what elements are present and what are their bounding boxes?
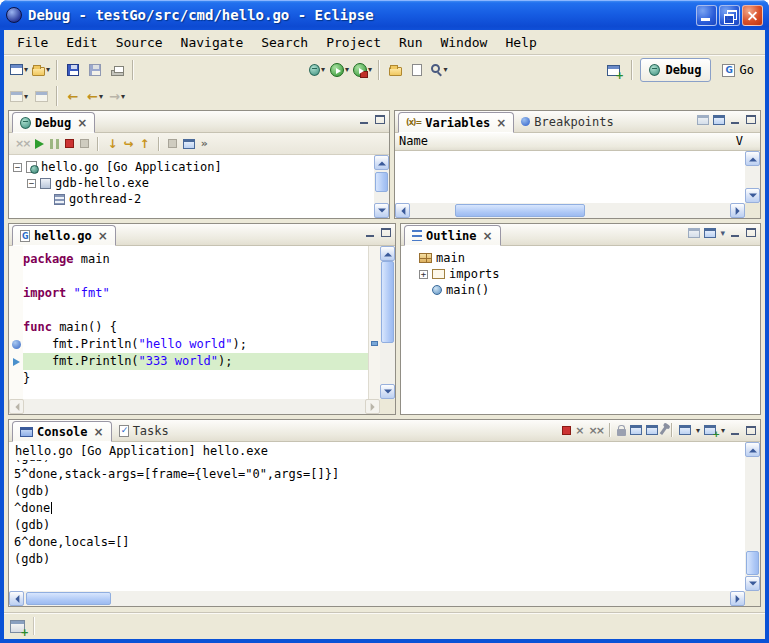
- tab-console[interactable]: Console ×: [12, 421, 112, 442]
- print-button[interactable]: [106, 58, 128, 82]
- save-all-button[interactable]: [84, 58, 106, 82]
- gutter-line[interactable]: [9, 251, 23, 268]
- variables-column-header[interactable]: Name V: [395, 133, 760, 151]
- tab-tasks[interactable]: Tasks: [112, 420, 176, 441]
- view-menu-icon[interactable]: ▾: [720, 228, 725, 238]
- overview-ruler[interactable]: [368, 246, 380, 399]
- hide-fields-button[interactable]: [704, 228, 716, 238]
- maximize-view-button[interactable]: [374, 114, 386, 125]
- tree-item[interactable]: main: [415, 250, 760, 266]
- open-resource-button[interactable]: [384, 58, 406, 82]
- scroll-up-button[interactable]: [374, 155, 389, 170]
- minimize-view-button[interactable]: [729, 425, 741, 436]
- close-tab-icon[interactable]: ×: [94, 426, 104, 438]
- scroll-right-button[interactable]: [730, 203, 745, 218]
- scroll-up-button[interactable]: [380, 246, 395, 261]
- gutter-line[interactable]: [9, 353, 23, 370]
- search-button[interactable]: ▾: [428, 58, 450, 82]
- close-button[interactable]: [742, 5, 763, 26]
- code-line[interactable]: package main: [23, 251, 368, 268]
- disconnect-button[interactable]: [80, 139, 89, 148]
- menu-search[interactable]: Search: [252, 33, 317, 52]
- external-tools-button[interactable]: ▾: [351, 58, 374, 82]
- word-wrap-button[interactable]: [646, 425, 658, 435]
- back-button[interactable]: ←▾: [84, 84, 106, 108]
- terminate-button[interactable]: [65, 139, 74, 148]
- annotation-nav-button[interactable]: ▾: [8, 84, 30, 108]
- code-line[interactable]: import "fmt": [23, 285, 368, 302]
- code-line[interactable]: fmt.Println("333 world");: [23, 353, 368, 370]
- scrollbar-track[interactable]: [24, 399, 365, 414]
- dropdown-icon[interactable]: ▾: [721, 426, 725, 435]
- code-line[interactable]: [23, 302, 368, 319]
- tree-item[interactable]: +imports: [415, 266, 760, 282]
- clear-console-button[interactable]: [630, 425, 642, 435]
- step-filters-button[interactable]: [183, 139, 195, 149]
- scrollbar-track[interactable]: [745, 166, 760, 188]
- perspective-go-button[interactable]: Go: [714, 58, 762, 82]
- menu-window[interactable]: Window: [431, 33, 496, 52]
- maximize-view-button[interactable]: [745, 114, 757, 125]
- terminate-button[interactable]: [562, 426, 571, 435]
- tree-expander[interactable]: −: [27, 179, 36, 188]
- remove-terminated-button[interactable]: ××: [15, 137, 29, 150]
- fast-view-button[interactable]: [10, 620, 25, 633]
- tree-item[interactable]: −gdb-hello.exe: [9, 175, 374, 191]
- open-type-button[interactable]: [406, 58, 428, 82]
- tree-expander[interactable]: −: [13, 163, 22, 172]
- maximize-view-button[interactable]: [745, 227, 757, 238]
- minimize-view-button[interactable]: [364, 227, 376, 238]
- tree-item[interactable]: gothread-2: [9, 191, 374, 207]
- minimize-view-button[interactable]: [729, 114, 741, 125]
- display-selected-console-button[interactable]: [679, 425, 691, 435]
- gutter-line[interactable]: [9, 302, 23, 319]
- close-tab-icon[interactable]: ×: [483, 230, 493, 242]
- breakpoint-icon[interactable]: [12, 340, 21, 349]
- restore-button[interactable]: [719, 5, 740, 26]
- menu-project[interactable]: Project: [317, 33, 390, 52]
- debug-launch-button[interactable]: ▾: [306, 58, 328, 82]
- dropdown-icon[interactable]: ▾: [696, 426, 700, 435]
- save-button[interactable]: [62, 58, 84, 82]
- scroll-lock-button[interactable]: [617, 429, 626, 436]
- scrollbar-track[interactable]: [374, 170, 389, 203]
- scrollbar-track[interactable]: [410, 203, 730, 218]
- debug-vertical-scrollbar[interactable]: [374, 155, 389, 218]
- tree-item[interactable]: −hello.go [Go Application]: [9, 159, 374, 175]
- menu-run[interactable]: Run: [390, 33, 431, 52]
- maximize-view-button[interactable]: [745, 425, 757, 436]
- code-line[interactable]: [23, 268, 368, 285]
- scrollbar-thumb[interactable]: [746, 551, 759, 575]
- code-line[interactable]: }: [23, 370, 368, 387]
- variables-horizontal-scrollbar[interactable]: [395, 203, 745, 218]
- drop-to-frame-button[interactable]: [168, 139, 177, 148]
- open-perspective-button[interactable]: [602, 58, 624, 82]
- remove-launch-button[interactable]: ×: [575, 424, 584, 437]
- toolbar-overflow-chevron[interactable]: »: [201, 137, 208, 150]
- tab-hello-go[interactable]: hello.go ×: [12, 225, 116, 246]
- scrollbar-thumb[interactable]: [381, 261, 394, 343]
- scroll-down-button[interactable]: [374, 203, 389, 218]
- scroll-right-button[interactable]: [730, 591, 745, 606]
- scroll-down-button[interactable]: [380, 384, 395, 399]
- tab-variables[interactable]: (x)= Variables ×: [398, 112, 514, 133]
- editor-gutter[interactable]: [9, 246, 23, 399]
- menu-file[interactable]: File: [8, 33, 57, 52]
- minimize-button[interactable]: [696, 5, 717, 26]
- suspend-button[interactable]: [50, 139, 59, 149]
- scroll-down-button[interactable]: [745, 188, 760, 203]
- minimize-view-button[interactable]: [358, 114, 370, 125]
- gutter-line[interactable]: [9, 370, 23, 387]
- remove-all-launches-button[interactable]: ××: [589, 424, 603, 437]
- tree-item[interactable]: main(): [415, 282, 760, 298]
- gutter-line[interactable]: [9, 268, 23, 285]
- perspective-debug-button[interactable]: Debug: [640, 58, 710, 82]
- scroll-up-button[interactable]: [745, 442, 760, 457]
- minimize-view-button[interactable]: [729, 227, 741, 238]
- close-tab-icon[interactable]: ×: [98, 230, 108, 242]
- gutter-line[interactable]: [9, 336, 23, 353]
- sort-button[interactable]: [688, 228, 700, 238]
- menu-navigate[interactable]: Navigate: [172, 33, 253, 52]
- tab-breakpoints[interactable]: Breakpoints: [514, 111, 620, 132]
- scroll-left-button[interactable]: [9, 591, 24, 606]
